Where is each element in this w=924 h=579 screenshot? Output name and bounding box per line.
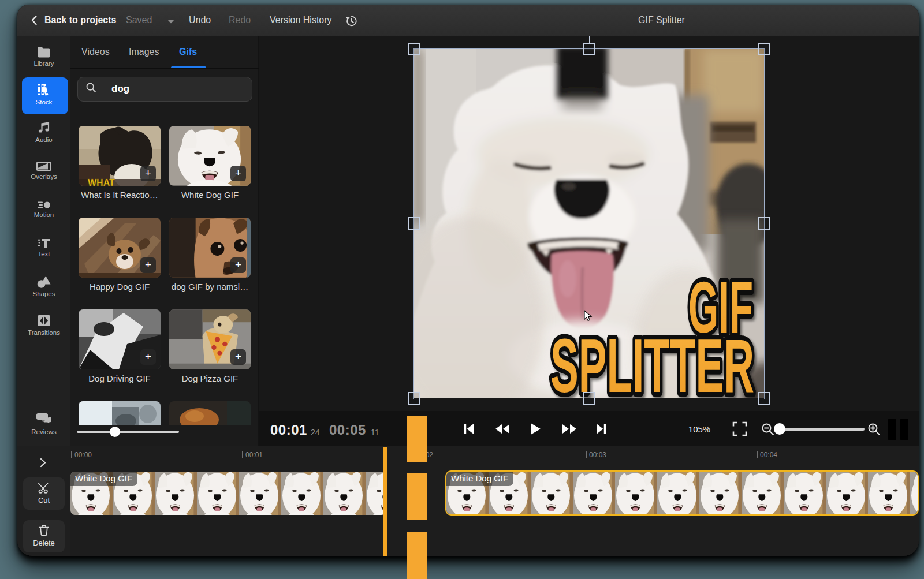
svg-text:WHAT: WHAT [88, 178, 115, 186]
